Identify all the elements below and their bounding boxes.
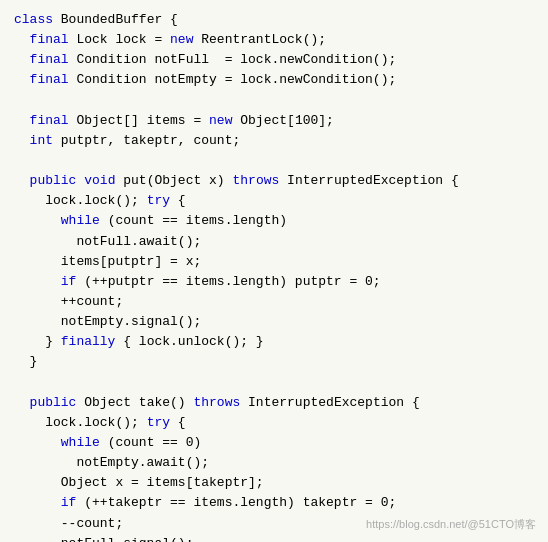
token-kw: new xyxy=(209,113,232,128)
token-plain: notFull.signal(); xyxy=(14,536,193,542)
token-kw: final xyxy=(30,113,69,128)
token-plain: Lock lock = xyxy=(69,32,170,47)
watermark: https://blog.csdn.net/@51CTO博客 xyxy=(366,517,536,532)
token-plain: { lock.unlock(); } xyxy=(115,334,263,349)
token-plain: notEmpty.signal(); xyxy=(14,314,201,329)
code-line: public void put(Object x) throws Interru… xyxy=(14,171,534,191)
token-kw: while xyxy=(61,213,100,228)
token-plain: ReentrantLock(); xyxy=(193,32,326,47)
token-plain: ++count; xyxy=(14,294,123,309)
token-kw: public xyxy=(30,395,77,410)
token-plain: BoundedBuffer { xyxy=(53,12,178,27)
token-plain: notEmpty.await(); xyxy=(14,455,209,470)
code-line: notEmpty.await(); xyxy=(14,453,534,473)
token-plain: --count; xyxy=(14,516,123,531)
token-kw: try xyxy=(147,193,170,208)
token-plain: Condition notEmpty = lock.newCondition()… xyxy=(69,72,397,87)
code-line: final Condition notEmpty = lock.newCondi… xyxy=(14,70,534,90)
token-kw: final xyxy=(30,72,69,87)
code-line: while (count == items.length) xyxy=(14,211,534,231)
code-line: final Lock lock = new ReentrantLock(); xyxy=(14,30,534,50)
token-plain xyxy=(14,173,30,188)
token-kw: finally xyxy=(61,334,116,349)
token-kw: if xyxy=(61,495,77,510)
token-plain xyxy=(14,32,30,47)
code-line xyxy=(14,151,534,171)
code-line: final Object[] items = new Object[100]; xyxy=(14,111,534,131)
code-line: lock.lock(); try { xyxy=(14,191,534,211)
token-plain: put(Object x) xyxy=(115,173,232,188)
token-plain xyxy=(14,52,30,67)
token-kw: new xyxy=(170,32,193,47)
token-kw: public xyxy=(30,173,77,188)
token-kw: throws xyxy=(232,173,279,188)
code-line: } finally { lock.unlock(); } xyxy=(14,332,534,352)
token-kw: throws xyxy=(193,395,240,410)
token-plain xyxy=(14,435,61,450)
code-line: ++count; xyxy=(14,292,534,312)
token-plain: notFull.await(); xyxy=(14,234,201,249)
code-container: class BoundedBuffer { final Lock lock = … xyxy=(0,0,548,542)
token-kw: final xyxy=(30,32,69,47)
token-plain: Object take() xyxy=(76,395,193,410)
token-plain: Object[100]; xyxy=(232,113,333,128)
token-plain: putptr, takeptr, count; xyxy=(53,133,240,148)
token-plain xyxy=(14,72,30,87)
token-kw: int xyxy=(30,133,53,148)
token-plain xyxy=(14,113,30,128)
token-plain: (++putptr == items.length) putptr = 0; xyxy=(76,274,380,289)
code-line: lock.lock(); try { xyxy=(14,413,534,433)
code-line xyxy=(14,91,534,111)
token-plain: } xyxy=(14,354,37,369)
token-plain: (count == items.length) xyxy=(100,213,287,228)
token-kw: while xyxy=(61,435,100,450)
code-line: notFull.await(); xyxy=(14,232,534,252)
code-line: Object x = items[takeptr]; xyxy=(14,473,534,493)
code-line: final Condition notFull = lock.newCondit… xyxy=(14,50,534,70)
token-plain xyxy=(14,395,30,410)
token-plain xyxy=(14,495,61,510)
token-plain: Condition notFull = lock.newCondition(); xyxy=(69,52,397,67)
token-plain: Object[] items = xyxy=(69,113,209,128)
token-kw: void xyxy=(84,173,115,188)
code-line: class BoundedBuffer { xyxy=(14,10,534,30)
token-kw: if xyxy=(61,274,77,289)
code-line: notFull.signal(); xyxy=(14,534,534,542)
token-plain: InterruptedException { xyxy=(279,173,458,188)
code-line: if (++putptr == items.length) putptr = 0… xyxy=(14,272,534,292)
code-line xyxy=(14,373,534,393)
code-line: notEmpty.signal(); xyxy=(14,312,534,332)
code-line: int putptr, takeptr, count; xyxy=(14,131,534,151)
code-line: if (++takeptr == items.length) takeptr =… xyxy=(14,493,534,513)
token-plain: { xyxy=(170,415,186,430)
token-plain: Object x = items[takeptr]; xyxy=(14,475,264,490)
token-plain: items[putptr] = x; xyxy=(14,254,201,269)
token-plain: (count == 0) xyxy=(100,435,201,450)
code-block: class BoundedBuffer { final Lock lock = … xyxy=(14,10,534,542)
token-plain: lock.lock(); xyxy=(14,415,147,430)
token-kw: final xyxy=(30,52,69,67)
token-kw: try xyxy=(147,415,170,430)
code-line: public Object take() throws InterruptedE… xyxy=(14,393,534,413)
token-kw: class xyxy=(14,12,53,27)
token-plain: (++takeptr == items.length) takeptr = 0; xyxy=(76,495,396,510)
token-plain: InterruptedException { xyxy=(240,395,419,410)
code-line: } xyxy=(14,352,534,372)
token-plain: { xyxy=(170,193,186,208)
code-line: items[putptr] = x; xyxy=(14,252,534,272)
token-plain: lock.lock(); xyxy=(14,193,147,208)
code-line: while (count == 0) xyxy=(14,433,534,453)
token-plain xyxy=(14,213,61,228)
token-plain xyxy=(14,133,30,148)
token-plain: } xyxy=(14,334,61,349)
token-plain xyxy=(14,274,61,289)
